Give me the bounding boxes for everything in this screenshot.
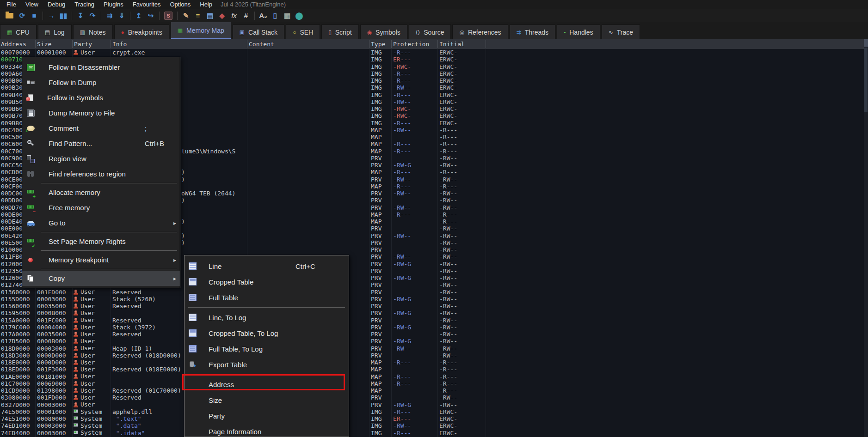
calculator-icon[interactable]: fx: [228, 9, 240, 22]
table-row[interactable]: 01C7000000069000UserMAP-R----R---: [0, 380, 864, 387]
scrollbar-up-button[interactable]: [864, 39, 868, 47]
submenu-item-line-to-log[interactable]: Line, To Log: [185, 310, 349, 325]
column-header-type[interactable]: Type: [371, 39, 385, 49]
tab-memory-map[interactable]: ▦Memory Map: [171, 22, 231, 39]
context-menu-item-free-memory[interactable]: Free memory: [22, 200, 180, 215]
context-menu-item-go-to[interactable]: Go to▸: [22, 215, 180, 231]
column-header-size[interactable]: Size: [37, 39, 51, 49]
table-row[interactable]: 015A0000001FC000UserReservedPRV-RW--: [0, 317, 864, 324]
restart-icon[interactable]: ⟳: [16, 9, 28, 22]
context-menu-item-copy[interactable]: Copy▸: [22, 271, 180, 286]
tab-trace[interactable]: ∿Trace: [602, 24, 640, 39]
table-row[interactable]: 017D50000000B000UserPRV-RW-G-RW--: [0, 338, 864, 345]
context-menu-item-region-view[interactable]: Region view: [22, 151, 180, 166]
globe-icon[interactable]: ⬤: [293, 9, 305, 22]
table-row[interactable]: 0007000000001000Usercrypt.exeIMG-R---ERW…: [0, 49, 864, 56]
context-menu-item-find-references-to-region[interactable]: Find references to region: [22, 166, 180, 182]
context-menu-item-comment[interactable]: Comment;: [22, 121, 180, 136]
submenu-item-size[interactable]: Size: [185, 392, 349, 408]
table-row[interactable]: 01CD900001398000UserReserved (01C70000)M…: [0, 387, 864, 394]
menu-view[interactable]: View: [21, 0, 43, 9]
column-header-address[interactable]: Address: [1, 39, 26, 49]
column-header-initial[interactable]: Initial: [439, 39, 465, 49]
table-row[interactable]: 0327D00000003000UserPRV-RW-G-RW--: [0, 401, 864, 408]
tab-symbols[interactable]: ◉Symbols: [360, 24, 407, 39]
dump-window-icon[interactable]: ▯: [269, 9, 281, 22]
context-menu-item-follow-in-disassembler[interactable]: Follow in Disassembler: [22, 60, 180, 75]
table-row[interactable]: 74E5000000001000Systemapphelp.dllIMG-R--…: [0, 408, 864, 415]
tab-references[interactable]: ◎References: [452, 24, 508, 39]
step-over-icon[interactable]: ↷: [86, 9, 98, 22]
scrollbar-thumb[interactable]: [864, 48, 868, 112]
submenu-item-export-table[interactable]: Export Table: [185, 357, 349, 372]
table-row[interactable]: 01360000001FD000UserReservedPRV-RW--: [0, 289, 864, 296]
tab-seh[interactable]: ○SEH: [286, 24, 320, 39]
column-header-party[interactable]: Party: [74, 39, 92, 49]
tab-cpu[interactable]: ▦CPU: [0, 24, 37, 39]
table-row[interactable]: 03080000001FD000UserReservedPRV-RW--: [0, 394, 864, 401]
execute-till-return-icon[interactable]: ↥: [133, 9, 145, 22]
tab-call-stack[interactable]: ▣Call Stack: [233, 24, 284, 39]
tab-threads[interactable]: ⇉Threads: [510, 24, 555, 39]
run-to-user-code-icon[interactable]: ↪: [145, 9, 157, 22]
table-row[interactable]: 017A000000035000UserReservedPRV-RW--: [0, 331, 864, 338]
tab-source[interactable]: ⟨⟩Source: [409, 24, 451, 39]
open-file-icon[interactable]: [6, 13, 13, 18]
table-row[interactable]: 018E00000000D000UserMAP-R----R---: [0, 359, 864, 366]
step-into-icon[interactable]: ↧: [74, 9, 86, 22]
context-menu-item-allocate-memory[interactable]: Allocate memory: [22, 185, 180, 200]
submenu-item-party[interactable]: Party: [185, 408, 349, 424]
memory-grid-icon[interactable]: ▦: [281, 9, 293, 22]
tab-script[interactable]: ▯Script: [321, 24, 358, 39]
table-row[interactable]: 018D000000003000UserHeap (ID 1)PRV-RW---…: [0, 345, 864, 352]
column-header-info[interactable]: Info: [112, 39, 127, 49]
pause-icon[interactable]: ▮▮: [57, 9, 69, 22]
submenu-item-cropped-table[interactable]: Cropped Table: [185, 274, 349, 290]
close-icon[interactable]: ■: [28, 9, 40, 22]
table-row[interactable]: 74ED400000003000System ".idata"IMG-R---E…: [0, 430, 864, 437]
context-menu-item-find-pattern[interactable]: Find Pattern...Ctrl+B: [22, 136, 180, 151]
tab-breakpoints[interactable]: ●Breakpoints: [114, 24, 169, 39]
table-row[interactable]: 74ED100000003000System ".data"IMG-RW--ER…: [0, 422, 864, 429]
column-header-content[interactable]: Content: [249, 39, 274, 49]
menu-favourites[interactable]: Favourites: [128, 0, 166, 9]
menu-tracing[interactable]: Tracing: [70, 0, 99, 9]
step-into-source-icon[interactable]: ⇓: [116, 9, 128, 22]
menu-file[interactable]: File: [2, 0, 21, 9]
submenu-item-full-table-to-log[interactable]: Full Table, To Log: [185, 341, 349, 357]
tab-log[interactable]: ▤Log: [38, 24, 72, 39]
submenu-item-cropped-table-to-log[interactable]: Cropped Table, To Log: [185, 325, 349, 341]
menu-plugins[interactable]: Plugins: [99, 0, 128, 9]
animate-into-icon[interactable]: ⇉: [104, 9, 116, 22]
submenu-item-full-table[interactable]: Full Table: [185, 290, 349, 305]
table-row[interactable]: 015950000000B000UserPRV-RW-G-RW--: [0, 310, 864, 316]
submenu-item-line[interactable]: LineCtrl+C: [185, 258, 349, 274]
menu-debug[interactable]: Debug: [43, 0, 70, 9]
table-row[interactable]: 0179C00000004000UserStack (3972)PRV-RW-G…: [0, 324, 864, 331]
table-row[interactable]: 0155D00000003000UserStack (5260)PRV-RW-G…: [0, 296, 864, 303]
context-menu-item-follow-in-symbols[interactable]: Follow in Symbols: [22, 90, 180, 105]
font-size-icon[interactable]: A₂: [257, 9, 269, 22]
run-icon[interactable]: →: [45, 9, 57, 22]
table-row[interactable]: 018ED000001F3000UserReserved (018E0000)M…: [0, 366, 864, 373]
context-menu-item-set-page-memory-rights[interactable]: Set Page Memory Rights: [22, 234, 180, 249]
table-row[interactable]: 0156000000035000UserReservedPRV-RW--: [0, 303, 864, 310]
patch-marker-icon[interactable]: ◆: [216, 9, 228, 22]
table-row[interactable]: 01AE000000181000UserMAP-R----R---: [0, 373, 864, 380]
table-row[interactable]: 018D30000000D000UserReserved (018D0000)P…: [0, 352, 864, 359]
assembler-icon[interactable]: ✎: [180, 9, 192, 22]
menu-options[interactable]: Options: [165, 0, 195, 9]
hash-icon[interactable]: #: [240, 9, 252, 22]
column-header-protection[interactable]: Protection: [393, 39, 429, 49]
context-menu-item-memory-breakpoint[interactable]: Memory Breakpoint▸: [22, 252, 180, 267]
tab-handles[interactable]: ▪Handles: [557, 24, 600, 39]
menu-help[interactable]: Help: [195, 0, 217, 9]
patches-icon[interactable]: S: [164, 12, 172, 20]
tab-notes[interactable]: ▥Notes: [73, 24, 113, 39]
table-row[interactable]: 74E5100000080000System ".text"IMGER---ER…: [0, 415, 864, 422]
context-menu-item-dump-memory-to-file[interactable]: Dump Memory to File: [22, 105, 180, 121]
submenu-item-page-information[interactable]: Page Information: [185, 424, 349, 437]
comment-lines-icon[interactable]: ≡: [192, 9, 204, 22]
layers-icon[interactable]: ▤: [204, 9, 216, 22]
context-menu-item-follow-in-dump[interactable]: Follow in Dump: [22, 75, 180, 90]
